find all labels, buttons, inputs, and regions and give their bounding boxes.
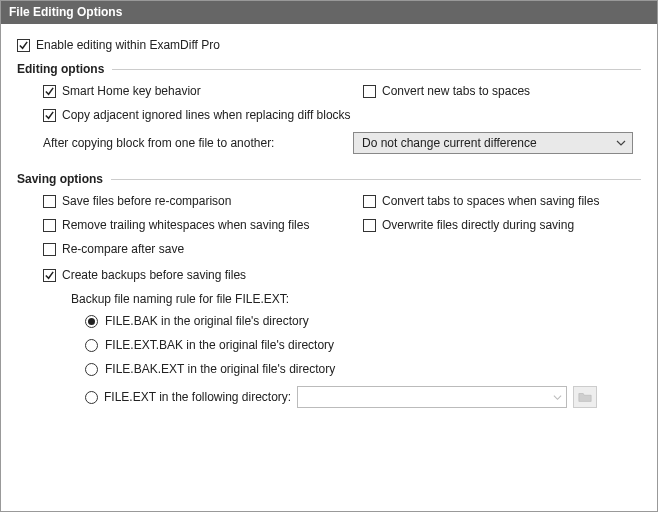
create-backups-row[interactable]: Create backups before saving files [17, 268, 641, 282]
copy-adjacent-checkbox[interactable] [43, 109, 56, 122]
smart-home-checkbox[interactable] [43, 85, 56, 98]
backup-radio-4-label: FILE.EXT in the following directory: [104, 390, 291, 404]
recompare-after-label: Re-compare after save [62, 242, 184, 256]
backup-radio-group: FILE.BAK in the original file's director… [17, 314, 641, 408]
check-icon [44, 270, 55, 281]
backup-rule-heading: Backup file naming rule for file FILE.EX… [17, 292, 641, 306]
smart-home-row[interactable]: Smart Home key behavior [43, 84, 353, 98]
convert-tabs-save-checkbox[interactable] [363, 195, 376, 208]
divider [112, 69, 641, 70]
enable-editing-row[interactable]: Enable editing within ExamDiff Pro [17, 38, 641, 52]
overwrite-direct-label: Overwrite files directly during saving [382, 218, 574, 232]
convert-new-tabs-checkbox[interactable] [363, 85, 376, 98]
radio-icon[interactable] [85, 363, 98, 376]
editing-heading: Editing options [17, 62, 104, 76]
backup-radio-4[interactable]: FILE.EXT in the following directory: [85, 386, 641, 408]
radio-icon[interactable] [85, 315, 98, 328]
chevron-down-icon [553, 393, 562, 402]
overwrite-direct-row[interactable]: Overwrite files directly during saving [363, 218, 641, 232]
check-icon [18, 40, 29, 51]
editing-grid: Smart Home key behavior Convert new tabs… [17, 84, 641, 122]
enable-editing-checkbox[interactable] [17, 39, 30, 52]
copy-adjacent-label: Copy adjacent ignored lines when replaci… [62, 108, 351, 122]
titlebar: File Editing Options [1, 1, 657, 24]
convert-new-tabs-label: Convert new tabs to spaces [382, 84, 530, 98]
smart-home-label: Smart Home key behavior [62, 84, 201, 98]
save-before-checkbox[interactable] [43, 195, 56, 208]
create-backups-checkbox[interactable] [43, 269, 56, 282]
backup-radio-1-label: FILE.BAK in the original file's director… [105, 314, 309, 328]
check-icon [44, 110, 55, 121]
saving-section-header: Saving options [17, 172, 641, 186]
copy-adjacent-row[interactable]: Copy adjacent ignored lines when replaci… [43, 108, 641, 122]
overwrite-direct-checkbox[interactable] [363, 219, 376, 232]
enable-editing-label: Enable editing within ExamDiff Pro [36, 38, 220, 52]
convert-tabs-save-label: Convert tabs to spaces when saving files [382, 194, 599, 208]
content: Enable editing within ExamDiff Pro Editi… [1, 24, 657, 511]
window-title: File Editing Options [9, 5, 122, 19]
recompare-after-row[interactable]: Re-compare after save [43, 242, 353, 256]
saving-heading: Saving options [17, 172, 103, 186]
divider [111, 179, 641, 180]
after-copy-value: Do not change current difference [362, 136, 537, 150]
radio-icon[interactable] [85, 391, 98, 404]
after-copy-row: After copying block from one file to ano… [17, 132, 641, 154]
backup-radio-3[interactable]: FILE.BAK.EXT in the original file's dire… [85, 362, 641, 376]
saving-grid: Save files before re-comparison Convert … [17, 194, 641, 256]
editing-section-header: Editing options [17, 62, 641, 76]
backup-radio-2[interactable]: FILE.EXT.BAK in the original file's dire… [85, 338, 641, 352]
chevron-down-icon [616, 138, 626, 148]
check-icon [44, 86, 55, 97]
after-copy-label: After copying block from one file to ano… [43, 136, 341, 150]
create-backups-label: Create backups before saving files [62, 268, 246, 282]
save-before-row[interactable]: Save files before re-comparison [43, 194, 353, 208]
convert-new-tabs-row[interactable]: Convert new tabs to spaces [363, 84, 641, 98]
remove-trailing-row[interactable]: Remove trailing whitespaces when saving … [43, 218, 353, 232]
remove-trailing-label: Remove trailing whitespaces when saving … [62, 218, 309, 232]
after-copy-select[interactable]: Do not change current difference [353, 132, 633, 154]
remove-trailing-checkbox[interactable] [43, 219, 56, 232]
backup-directory-input[interactable] [297, 386, 567, 408]
convert-tabs-save-row[interactable]: Convert tabs to spaces when saving files [363, 194, 641, 208]
recompare-after-checkbox[interactable] [43, 243, 56, 256]
folder-open-icon [578, 390, 592, 404]
options-window: File Editing Options Enable editing with… [0, 0, 658, 512]
save-before-label: Save files before re-comparison [62, 194, 231, 208]
backup-radio-2-label: FILE.EXT.BAK in the original file's dire… [105, 338, 334, 352]
browse-directory-button[interactable] [573, 386, 597, 408]
radio-icon[interactable] [85, 339, 98, 352]
backup-radio-1[interactable]: FILE.BAK in the original file's director… [85, 314, 641, 328]
backup-radio-3-label: FILE.BAK.EXT in the original file's dire… [105, 362, 335, 376]
